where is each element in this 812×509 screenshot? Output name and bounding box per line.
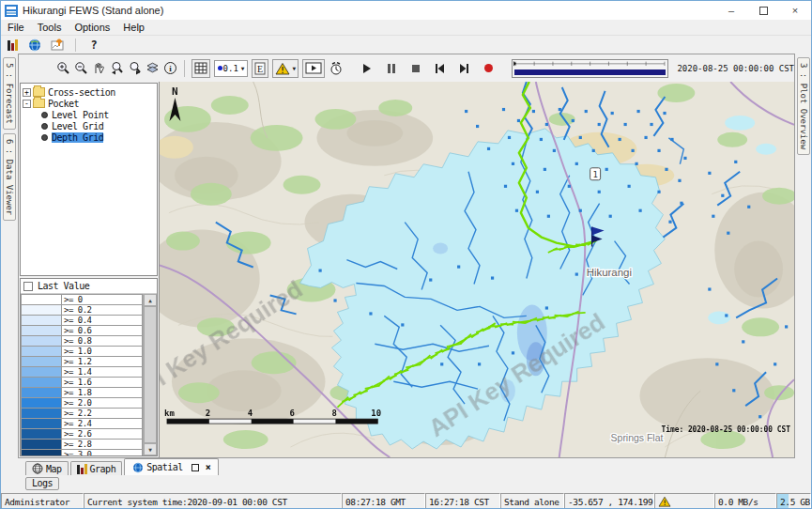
place-label-hikurangi: Hikurangi bbox=[587, 267, 632, 278]
svg-text:10: 10 bbox=[371, 409, 381, 418]
minimize-button[interactable]: – bbox=[715, 1, 747, 20]
data-display-icon[interactable] bbox=[5, 38, 20, 53]
legend-row[interactable]: >= 2.0 bbox=[21, 398, 143, 409]
animation-timer-icon[interactable] bbox=[329, 60, 344, 76]
legend-row[interactable]: >= 2.8 bbox=[21, 440, 143, 450]
tab-spatial[interactable]: Spatial × bbox=[124, 458, 219, 475]
legend-row[interactable]: >= 2.4 bbox=[21, 419, 143, 429]
legend-row[interactable]: >= 1.2 bbox=[21, 357, 143, 367]
svg-text:!: ! bbox=[663, 499, 666, 507]
tab-graph[interactable]: Graph bbox=[70, 461, 123, 475]
layers-icon[interactable] bbox=[146, 60, 160, 76]
legend-swatch bbox=[21, 316, 62, 326]
tab-graph-label: Graph bbox=[90, 464, 116, 474]
status-warning[interactable]: ! bbox=[654, 493, 714, 509]
expand-icon[interactable]: + bbox=[23, 88, 31, 97]
legend-row[interactable]: >= 1.4 bbox=[21, 367, 143, 378]
menu-tools[interactable]: Tools bbox=[31, 22, 69, 33]
legend-row[interactable]: >= 3.0 bbox=[21, 450, 143, 455]
svg-text:!: ! bbox=[281, 65, 285, 74]
globe-map-icon[interactable] bbox=[27, 38, 42, 53]
logs-tab-bar: Logs bbox=[1, 475, 811, 491]
legend-swatch bbox=[21, 398, 62, 409]
legend-row[interactable]: >= 2.2 bbox=[21, 409, 143, 419]
legend-row[interactable]: >= 0 bbox=[21, 295, 143, 305]
menu-file[interactable]: File bbox=[1, 22, 31, 33]
globe-grid-icon bbox=[32, 463, 43, 474]
legend-swatch bbox=[21, 347, 62, 357]
tab-close-icon[interactable]: × bbox=[206, 462, 211, 472]
legend-row[interactable]: >= 1.0 bbox=[21, 347, 143, 357]
stop-button[interactable] bbox=[407, 60, 423, 76]
pan-hand-icon[interactable] bbox=[92, 60, 106, 76]
info-icon[interactable]: i bbox=[163, 60, 177, 76]
tab-plot-overview[interactable]: 3 : Plot Overview bbox=[797, 57, 810, 155]
labels-toggle-button[interactable]: E bbox=[252, 59, 268, 78]
tree-item-label-selected: Depth Grid bbox=[52, 132, 103, 143]
play-button[interactable] bbox=[359, 60, 375, 76]
tab-forecast[interactable]: 5 : Forecast bbox=[3, 57, 16, 130]
legend-swatch bbox=[21, 440, 62, 450]
zoom-next-icon[interactable] bbox=[128, 60, 142, 76]
scroll-up-icon[interactable]: ▲ bbox=[144, 294, 157, 306]
bottom-tab-bar: Map Graph Spatial × bbox=[1, 458, 811, 475]
last-value-checkbox[interactable] bbox=[23, 282, 33, 291]
status-memory: 2.5 GB bbox=[776, 493, 811, 509]
legend-row[interactable]: >= 0.4 bbox=[21, 316, 143, 326]
legend-row[interactable]: >= 0.6 bbox=[21, 326, 143, 336]
maximize-button[interactable] bbox=[747, 1, 779, 20]
legend-row[interactable]: >= 1.6 bbox=[21, 378, 143, 388]
time-slider[interactable] bbox=[512, 59, 668, 78]
legend-scrollbar[interactable]: ▲ ▼ bbox=[143, 294, 157, 455]
svg-text:N: N bbox=[172, 85, 178, 98]
svg-text:i: i bbox=[169, 64, 172, 73]
tab-map[interactable]: Map bbox=[25, 461, 69, 475]
tree-item-level-grid[interactable]: Level Grid bbox=[23, 120, 155, 131]
class-interval-dropdown[interactable]: 0.1 ▼ bbox=[214, 60, 249, 77]
collapse-icon[interactable]: - bbox=[23, 100, 31, 108]
zoom-out-icon[interactable] bbox=[74, 60, 88, 76]
place-label-springs-flat: Springs Flat bbox=[611, 433, 664, 443]
legend-row[interactable]: >= 0.8 bbox=[21, 336, 143, 347]
zoom-in-icon[interactable] bbox=[56, 60, 70, 76]
pause-button[interactable] bbox=[383, 60, 399, 76]
tab-maximize-icon[interactable] bbox=[192, 464, 199, 471]
tree-item-depth-grid[interactable]: Depth Grid bbox=[23, 131, 155, 143]
tab-data-viewer[interactable]: 6 : Data Viewer bbox=[3, 133, 16, 221]
legend-panel: Last Value >= 0>= 0.2>= 0.4>= 0.6>= 0.8>… bbox=[20, 278, 158, 456]
tree-item-pocket[interactable]: - Pocket bbox=[23, 98, 155, 109]
zoom-previous-icon[interactable] bbox=[110, 60, 124, 76]
map-viewport[interactable]: 1 Hikurangi Springs Flat API Key Require… bbox=[159, 82, 794, 457]
tree-item-cross-section[interactable]: + Cross-section bbox=[23, 86, 155, 98]
folder-icon bbox=[33, 87, 45, 97]
legend-row-label: >= 0.2 bbox=[62, 305, 143, 316]
current-datetime: 2020-08-25 00:00:00 CST bbox=[677, 64, 794, 73]
menu-bar: File Tools Options Help bbox=[1, 20, 811, 36]
scroll-down-icon[interactable]: ▼ bbox=[144, 443, 157, 455]
svg-text:6: 6 bbox=[290, 409, 295, 418]
status-gmt-time: 08:27:18 GMT bbox=[342, 493, 425, 509]
menu-options[interactable]: Options bbox=[68, 22, 116, 33]
legend-header: Last Value bbox=[21, 279, 157, 294]
scrollbar-thumb[interactable] bbox=[144, 306, 157, 443]
spatial-display-icon[interactable] bbox=[50, 38, 65, 53]
toolbar-separator bbox=[184, 60, 185, 77]
legend-row-label: >= 0.6 bbox=[62, 326, 143, 336]
legend-swatch bbox=[21, 326, 62, 336]
close-button[interactable]: × bbox=[779, 1, 811, 20]
status-mode: Stand alone bbox=[500, 493, 564, 509]
grid-toggle-button[interactable] bbox=[192, 59, 210, 78]
legend-row[interactable]: >= 1.8 bbox=[21, 388, 143, 398]
record-button[interactable] bbox=[481, 60, 497, 76]
legend-row[interactable]: >= 0.2 bbox=[21, 305, 143, 316]
help-button[interactable]: ? bbox=[86, 38, 101, 53]
layer-bullet-icon bbox=[41, 134, 48, 141]
skip-to-start-button[interactable] bbox=[432, 60, 448, 76]
menu-help[interactable]: Help bbox=[116, 22, 151, 33]
legend-row[interactable]: >= 2.6 bbox=[21, 429, 143, 440]
warnings-dropdown-button[interactable]: ! ▼ bbox=[272, 59, 299, 78]
tree-item-level-point[interactable]: Level Point bbox=[23, 109, 155, 120]
animation-panel-button[interactable] bbox=[302, 59, 325, 78]
skip-to-end-button[interactable] bbox=[456, 60, 472, 76]
tab-logs[interactable]: Logs bbox=[25, 477, 59, 490]
